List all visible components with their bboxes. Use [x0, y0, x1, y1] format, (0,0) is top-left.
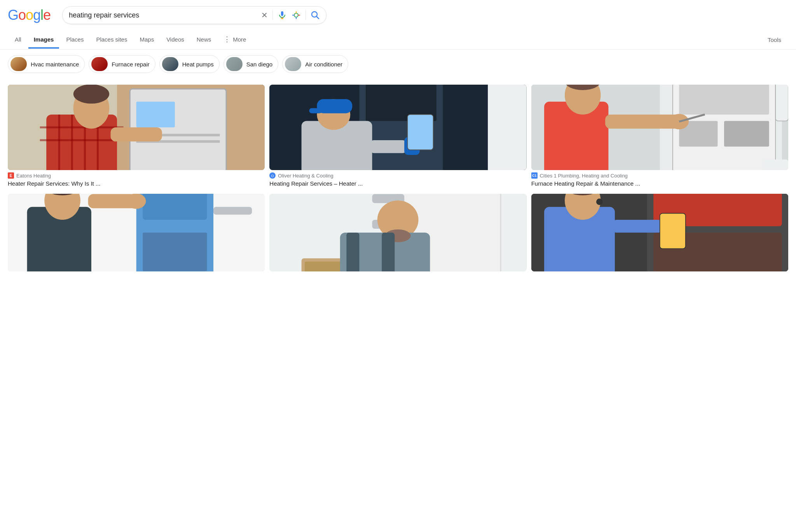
image-thumb-2: [269, 85, 526, 170]
svg-rect-78: [382, 233, 395, 271]
chip-img-sandiego: [226, 57, 243, 71]
search-button[interactable]: [311, 10, 320, 20]
nav-item-places-sites[interactable]: Places sites: [91, 31, 133, 49]
image-source-2: O Oliver Heating & Cooling: [269, 172, 526, 179]
mic-icon: [278, 10, 287, 20]
svg-rect-45: [763, 160, 788, 170]
image-search-button[interactable]: [292, 10, 301, 20]
svg-rect-0: [281, 11, 283, 16]
image-thumb-b2: [269, 194, 526, 271]
nav-item-places[interactable]: Places: [61, 31, 89, 49]
chip-aircond[interactable]: Air conditioner: [282, 55, 348, 73]
svg-rect-60: [213, 207, 252, 215]
image-title-2: Heating Repair Services – Heater ...: [269, 179, 526, 188]
chip-img-heatpumps: [162, 57, 178, 71]
svg-rect-34: [408, 115, 433, 150]
svg-rect-32: [369, 140, 408, 153]
image-title-3: Furnace Heating Repair & Maintenance ...: [531, 179, 788, 188]
svg-rect-44: [775, 85, 788, 121]
image-source-1: E Eatons Heating: [8, 172, 265, 179]
chips-row: Hvac maintenance Furnace repair Heat pum…: [0, 50, 796, 78]
source-name-3: Cities 1 Plumbing, Heating and Cooling: [540, 173, 628, 179]
more-dots-icon: ⋮: [223, 35, 231, 43]
image-svg-b3: [531, 194, 788, 271]
nav-item-maps[interactable]: Maps: [134, 31, 159, 49]
bottom-image-grid: [0, 194, 796, 279]
svg-rect-27: [488, 85, 526, 170]
clear-icon: ✕: [261, 10, 268, 20]
svg-rect-31: [309, 108, 322, 113]
svg-text:O: O: [271, 174, 274, 178]
favicon-3: C1: [531, 172, 538, 179]
image-svg-b1: [8, 194, 265, 271]
source-name-1: Eatons Heating: [16, 173, 51, 179]
image-thumb-b1: [8, 194, 265, 271]
favicon-1: E: [8, 172, 14, 179]
chip-img-furnace: [91, 57, 108, 71]
image-title-1: Heater Repair Services: Why Is It ...: [8, 179, 265, 188]
svg-line-3: [317, 17, 319, 19]
search-bar: heating repair services ✕: [62, 6, 326, 24]
svg-rect-89: [611, 220, 663, 233]
chip-label-furnace: Furnace repair: [112, 61, 150, 68]
svg-rect-77: [347, 233, 360, 271]
image-card-3[interactable]: C1 Cities 1 Plumbing, Heating and Coolin…: [531, 85, 788, 188]
nav-item-more[interactable]: ⋮ More: [218, 30, 251, 49]
chip-label-sandiego: San diego: [246, 61, 273, 68]
search-bar-wrapper: heating repair services ✕: [62, 6, 326, 24]
svg-point-88: [596, 198, 603, 205]
image-thumb-3: [531, 85, 788, 170]
nav-item-news[interactable]: News: [191, 31, 217, 49]
nav-item-images[interactable]: Images: [28, 31, 59, 49]
svg-rect-61: [143, 233, 207, 271]
chip-heatpumps[interactable]: Heat pumps: [159, 55, 220, 73]
image-grid: E Eatons Heating Heater Repair Services:…: [0, 78, 796, 194]
image-card-1[interactable]: E Eatons Heating Heater Repair Services:…: [8, 85, 265, 188]
image-card-2[interactable]: O Oliver Heating & Cooling Heating Repai…: [269, 85, 526, 188]
google-logo[interactable]: Google: [8, 7, 51, 23]
chip-sandiego[interactable]: San diego: [223, 55, 279, 73]
search-icon-group: ✕: [261, 10, 320, 20]
voice-search-button[interactable]: [278, 10, 287, 20]
image-card-b1[interactable]: [8, 194, 265, 271]
image-svg-2: [269, 85, 526, 170]
source-name-2: Oliver Heating & Cooling: [278, 173, 333, 179]
nav-item-all[interactable]: All: [9, 31, 27, 49]
svg-rect-43: [724, 121, 769, 146]
nav-item-videos[interactable]: Videos: [161, 31, 190, 49]
lens-icon: [292, 10, 301, 20]
chip-img-hvac: [10, 57, 27, 71]
image-source-3: C1 Cities 1 Plumbing, Heating and Coolin…: [531, 172, 788, 179]
svg-rect-30: [317, 99, 353, 113]
nav-bar: All Images Places Places sites Maps Vide…: [0, 30, 796, 50]
image-card-b3[interactable]: [531, 194, 788, 271]
chip-img-aircond: [285, 57, 301, 71]
chip-label-heatpumps: Heat pumps: [182, 61, 214, 68]
chip-hvac[interactable]: Hvac maintenance: [8, 55, 85, 73]
nav-tools[interactable]: Tools: [762, 32, 787, 48]
chip-label-hvac: Hvac maintenance: [31, 61, 79, 68]
header: Google heating repair services ✕: [0, 0, 796, 30]
chip-furnace[interactable]: Furnace repair: [89, 55, 155, 73]
svg-point-1: [294, 13, 298, 17]
svg-rect-7: [136, 102, 175, 127]
favicon-2: O: [269, 172, 276, 179]
svg-point-64: [127, 194, 146, 209]
svg-rect-19: [111, 127, 162, 141]
clear-button[interactable]: ✕: [261, 10, 268, 20]
svg-rect-41: [679, 85, 769, 115]
image-card-b2[interactable]: [269, 194, 526, 271]
svg-rect-90: [660, 213, 685, 249]
divider-2: [305, 10, 306, 20]
image-svg-b2: [269, 194, 526, 271]
svg-point-18: [73, 85, 110, 104]
chip-label-aircond: Air conditioner: [305, 61, 342, 68]
image-svg-1: [8, 85, 265, 170]
image-thumb-b3: [531, 194, 788, 271]
image-thumb-1: [8, 85, 265, 170]
image-svg-3: [531, 85, 788, 170]
divider: [272, 10, 273, 20]
search-input[interactable]: heating repair services: [69, 11, 258, 19]
svg-rect-57: [143, 194, 207, 220]
magnifier-icon: [311, 10, 320, 20]
